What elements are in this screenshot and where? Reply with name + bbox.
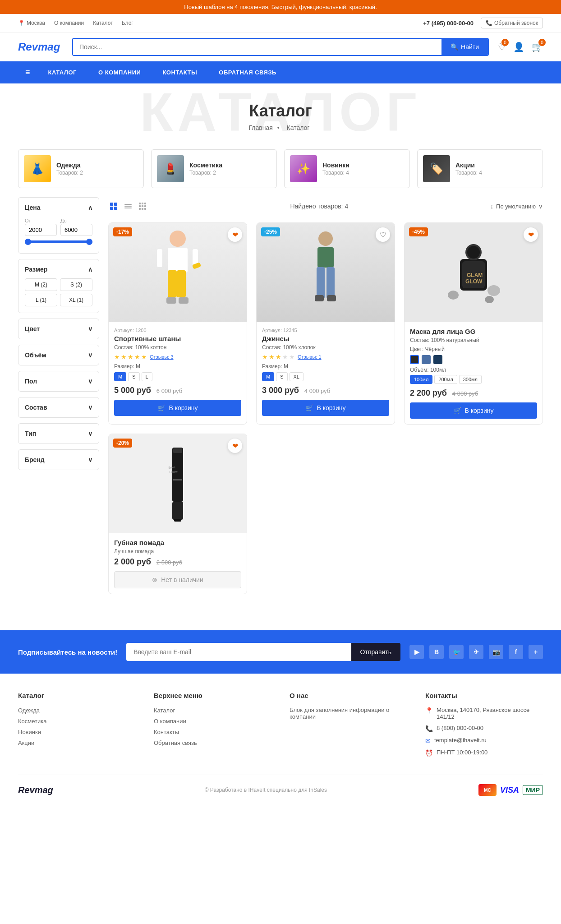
vol-100-3[interactable]: 100мл: [410, 375, 432, 384]
product-name-2[interactable]: Джинсы: [262, 335, 389, 342]
hamburger-menu[interactable]: ≡: [18, 61, 37, 83]
category-card-sale[interactable]: 🏷️ Акции Товаров: 4: [417, 149, 543, 188]
size-btn-l[interactable]: L (1): [25, 294, 57, 306]
social-twitter[interactable]: 🐦: [449, 645, 464, 659]
footer-link-new[interactable]: Новинки: [18, 729, 41, 735]
size-s-2[interactable]: S: [276, 372, 287, 381]
footer-link-cosm[interactable]: Косметика: [18, 718, 46, 725]
blog-link[interactable]: Блог: [122, 20, 133, 26]
social-vk[interactable]: В: [429, 645, 444, 659]
nav-catalog[interactable]: КАТАЛОГ: [37, 63, 87, 82]
price-range-slider[interactable]: [25, 240, 92, 243]
wishlist-btn-3[interactable]: ❤: [524, 227, 538, 242]
add-to-cart-3[interactable]: 🛒 В корзину: [410, 402, 537, 419]
social-telegram[interactable]: ✈: [469, 645, 483, 659]
add-to-cart-2[interactable]: 🛒 В корзину: [262, 400, 389, 416]
footer-link-sale[interactable]: Акции: [18, 739, 34, 746]
category-card-clothes[interactable]: 👗 Одежда Товаров: 2: [18, 149, 144, 188]
size-m-1[interactable]: M: [114, 372, 126, 381]
size-s-1[interactable]: S: [128, 372, 139, 381]
grid-view-icon[interactable]: [108, 201, 119, 212]
product-image-3: GLAM GLOW -45% ❤: [405, 223, 543, 322]
gender-filter-header[interactable]: Пол ∨: [25, 378, 92, 385]
logo[interactable]: Revmag: [18, 41, 63, 53]
social-plus[interactable]: +: [529, 645, 543, 659]
svg-rect-1: [168, 248, 188, 273]
nav-contacts[interactable]: КОНТАКТЫ: [152, 63, 208, 82]
vol-300-3[interactable]: 300мл: [459, 375, 482, 384]
sort-select[interactable]: ↕ По умолчанию ∨: [491, 203, 543, 210]
volume-filter-header[interactable]: Объём ∨: [25, 351, 92, 359]
account-icon[interactable]: 👤: [513, 42, 524, 52]
footer-link-clothes[interactable]: Одежда: [18, 707, 40, 714]
footer-about-text: Блок для заполнения информации о компани…: [290, 707, 407, 720]
price-old-4: 2 500 руб: [156, 559, 182, 566]
category-card-new[interactable]: ✨ Новинки Товаров: 4: [284, 149, 410, 188]
breadcrumb-home[interactable]: Главная: [249, 124, 273, 131]
size-btn-s[interactable]: S (2): [60, 278, 92, 291]
size-l-1[interactable]: L: [142, 372, 152, 381]
color-filter-header[interactable]: Цвет ∨: [25, 325, 92, 333]
category-card-cosm[interactable]: 💄 Косметика Товаров: 2: [151, 149, 277, 188]
social-youtube[interactable]: ▶: [409, 645, 424, 659]
color-navy-3[interactable]: [433, 355, 442, 364]
size-filter-header[interactable]: Размер ∧: [25, 266, 92, 273]
category-info-sale: Акции Товаров: 4: [455, 162, 482, 176]
search-input[interactable]: [73, 39, 441, 55]
size-m-2[interactable]: M: [262, 372, 274, 381]
nav-about[interactable]: О КОМПАНИИ: [87, 63, 152, 82]
vol-200-3[interactable]: 200мл: [434, 375, 457, 384]
newsletter-email-input[interactable]: [126, 643, 351, 661]
color-dark-3[interactable]: [410, 355, 419, 364]
range-thumb-right[interactable]: [86, 239, 92, 245]
brand-filter-header[interactable]: Бренд ∨: [25, 456, 92, 463]
main-nav: ≡ КАТАЛОГ О КОМПАНИИ КОНТАКТЫ ОБРАТНАЯ С…: [0, 61, 561, 83]
social-instagram[interactable]: 📷: [489, 645, 503, 659]
cart-icon[interactable]: 🛒 0: [532, 42, 543, 52]
location-icon: 📍: [425, 707, 433, 714]
search-button[interactable]: 🔍 Найти: [441, 39, 488, 55]
size-xl-2[interactable]: XL: [290, 372, 303, 381]
product-name-4[interactable]: Губная помада: [114, 539, 241, 546]
wishlist-icon[interactable]: ♡ 0: [498, 42, 506, 52]
list-view-icon[interactable]: [123, 201, 133, 212]
price-filter-header[interactable]: Цена ∧: [25, 204, 92, 211]
type-filter-header[interactable]: Тип ∨: [25, 430, 92, 437]
newsletter-submit-btn[interactable]: Отправить: [351, 643, 400, 661]
search-form: 🔍 Найти: [72, 38, 489, 56]
nav-feedback[interactable]: ОБРАТНАЯ СВЯЗЬ: [208, 63, 287, 82]
social-facebook[interactable]: f: [509, 645, 523, 659]
newsletter-form: Отправить: [126, 643, 400, 661]
header: Revmag 🔍 Найти ♡ 0 👤 🛒 0: [0, 32, 561, 61]
footer-menu-feedback[interactable]: Обратная связь: [154, 739, 197, 746]
dots-view-icon[interactable]: [137, 201, 148, 212]
wishlist-btn-1[interactable]: ❤: [228, 227, 242, 242]
reviews-link-2[interactable]: Отзывы: 1: [298, 354, 322, 360]
add-to-cart-1[interactable]: 🛒 В корзину: [114, 400, 241, 416]
footer-menu-contacts[interactable]: Контакты: [154, 729, 179, 735]
reviews-link-1[interactable]: Отзывы: 3: [150, 354, 174, 360]
company-link[interactable]: О компании: [54, 20, 84, 26]
product-name-1[interactable]: Спортивные штаны: [114, 335, 241, 342]
compose-filter-header[interactable]: Состав ∨: [25, 404, 92, 411]
price-to-field[interactable]: [60, 224, 92, 236]
footer-address: 📍 Москва, 140170, Рязанское шоссе 141/12: [425, 707, 543, 720]
footer-menu-about[interactable]: О компании: [154, 718, 186, 725]
clock-icon: ⏰: [425, 749, 433, 757]
wishlist-btn-4[interactable]: ❤: [228, 439, 242, 453]
svg-rect-14: [327, 295, 336, 301]
product-name-3[interactable]: Маска для лица GG: [410, 328, 537, 335]
size-btn-m[interactable]: M (2): [25, 278, 57, 291]
color-blue-3[interactable]: [422, 355, 431, 364]
catalog-link[interactable]: Каталог: [93, 20, 113, 26]
size-btn-xl[interactable]: XL (1): [60, 294, 92, 306]
footer-menu-catalog[interactable]: Каталог: [154, 707, 175, 714]
price-row-3: 2 200 руб 4 000 руб: [410, 388, 537, 398]
callback-button[interactable]: 📞 Обратный звонок: [481, 18, 543, 28]
footer-catalog-col: Каталог Одежда Косметика Новинки Акции: [18, 692, 136, 761]
price-from-field[interactable]: [25, 224, 57, 236]
svg-point-18: [467, 246, 480, 259]
range-thumb-left[interactable]: [25, 239, 31, 245]
wishlist-btn-2[interactable]: ♡: [376, 227, 390, 242]
footer-logo[interactable]: Revmag: [18, 785, 53, 795]
